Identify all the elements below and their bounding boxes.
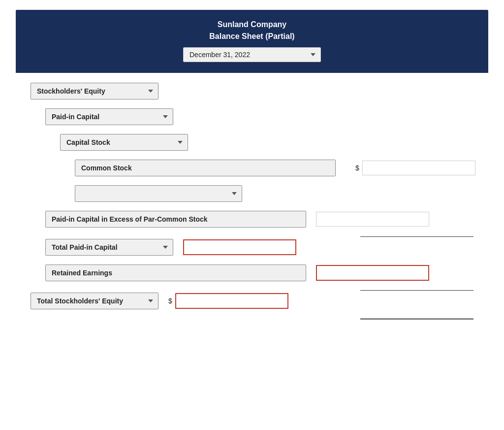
company-title: Sunland Company Balance Sheet (Partial) (26, 19, 478, 42)
content-section: Stockholders' Equity Paid-in Capital Cap… (16, 73, 488, 330)
empty-select[interactable] (75, 185, 242, 202)
paid-in-capital-label-col: Paid-in Capital (31, 108, 173, 125)
common-stock-value-col: $ (355, 161, 475, 175)
underline-double-divider (31, 318, 473, 320)
date-select[interactable]: December 31, 2022 (183, 47, 321, 62)
total-equity-dollar: $ (168, 297, 172, 305)
paid-in-capital-select[interactable]: Paid-in Capital (45, 108, 173, 125)
stockholders-equity-row: Stockholders' Equity (31, 83, 473, 99)
date-select-wrapper: December 31, 2022 (26, 47, 478, 62)
total-paid-in-capital-value-col (183, 239, 296, 255)
total-stockholders-equity-input[interactable] (175, 293, 288, 309)
stockholders-equity-label-col: Stockholders' Equity (31, 83, 158, 99)
retained-earnings-row: Retained Earnings (31, 265, 473, 281)
total-paid-in-capital-select[interactable]: Total Paid-in Capital (45, 239, 173, 256)
paid-in-excess-label: Paid-in Capital in Excess of Par-Common … (45, 211, 306, 228)
retained-earnings-input[interactable] (316, 265, 429, 281)
underline-single-divider-2 (31, 290, 473, 291)
paid-in-excess-value-col (316, 212, 429, 227)
total-stockholders-equity-select[interactable]: Total Stockholders' Equity (31, 293, 158, 309)
retained-earnings-label-col: Retained Earnings (31, 265, 306, 281)
paid-in-excess-input[interactable] (316, 212, 429, 227)
paid-in-excess-row: Paid-in Capital in Excess of Par-Common … (31, 211, 473, 228)
capital-stock-select[interactable]: Capital Stock (60, 134, 188, 151)
capital-stock-row: Capital Stock (31, 134, 473, 151)
total-paid-in-capital-input[interactable] (183, 239, 296, 255)
common-stock-input[interactable] (362, 161, 475, 175)
retained-earnings-value-col (316, 265, 429, 281)
underline-single-divider (31, 236, 473, 237)
total-paid-in-capital-row: Total Paid-in Capital (31, 239, 473, 256)
total-paid-in-capital-label-col: Total Paid-in Capital (31, 239, 173, 256)
empty-dropdown-row (31, 185, 473, 202)
capital-stock-label-col: Capital Stock (31, 134, 188, 151)
total-stockholders-equity-value-col: $ (168, 293, 288, 309)
common-stock-label: Common Stock (75, 160, 336, 176)
total-stockholders-equity-row: Total Stockholders' Equity $ (31, 293, 473, 309)
paid-in-excess-label-col: Paid-in Capital in Excess of Par-Common … (31, 211, 306, 228)
paid-in-capital-row: Paid-in Capital (31, 108, 473, 125)
common-stock-row: Common Stock $ (31, 160, 473, 176)
total-stockholders-equity-label-col: Total Stockholders' Equity (31, 293, 158, 309)
header-section: Sunland Company Balance Sheet (Partial) … (16, 10, 488, 73)
common-stock-label-col: Common Stock (31, 160, 336, 176)
retained-earnings-label: Retained Earnings (45, 265, 306, 281)
stockholders-equity-select[interactable]: Stockholders' Equity (31, 83, 158, 99)
common-stock-dollar: $ (355, 164, 359, 172)
empty-dropdown-label-col (31, 185, 242, 202)
